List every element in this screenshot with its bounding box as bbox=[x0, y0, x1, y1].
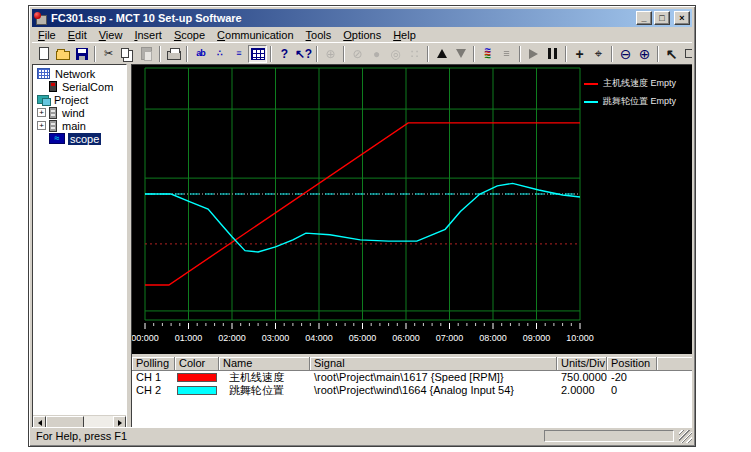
axis-tick-label: 09:000 bbox=[523, 333, 551, 343]
new-file-button[interactable] bbox=[34, 45, 53, 63]
close-button[interactable]: × bbox=[674, 11, 690, 25]
tree-item-network[interactable]: Network bbox=[33, 67, 126, 80]
zoom-out-icon: ⊖ bbox=[620, 47, 632, 61]
cell-polling: CH 2 bbox=[132, 384, 175, 397]
menu-options[interactable]: Options bbox=[337, 28, 387, 42]
grid-view-button[interactable] bbox=[248, 45, 267, 63]
toolbar-separator bbox=[186, 46, 188, 62]
param-ab-view-button[interactable]: ab bbox=[191, 45, 210, 63]
scope-view: 00:00001:00002:00003:00004:00005:00006:0… bbox=[131, 64, 692, 429]
open-file-button[interactable] bbox=[53, 45, 72, 63]
axis-tick-label: 01:000 bbox=[175, 333, 203, 343]
tree-item-label: wind bbox=[60, 107, 87, 119]
toolbar-separator bbox=[159, 46, 161, 62]
track-cursor-button[interactable]: ⌖ bbox=[589, 45, 608, 63]
column-header-blank[interactable] bbox=[657, 357, 692, 371]
column-header-color[interactable]: Color bbox=[175, 357, 219, 371]
move-up-button[interactable] bbox=[432, 45, 451, 63]
zoom-in-icon: ⊕ bbox=[639, 47, 651, 61]
menu-communication[interactable]: Communication bbox=[211, 28, 299, 42]
pointer-tool-button[interactable]: ↖ bbox=[662, 45, 681, 63]
param-dots-view-button[interactable]: ∴ bbox=[210, 45, 229, 63]
print-icon bbox=[167, 51, 181, 60]
track-move-button[interactable]: + bbox=[570, 45, 589, 63]
axis-tick-label: 08:000 bbox=[479, 333, 507, 343]
rect-zoom-icon bbox=[685, 49, 692, 58]
scope-chart[interactable]: 00:00001:00002:00003:00004:00005:00006:0… bbox=[132, 65, 692, 354]
maximize-button[interactable]: □ bbox=[654, 11, 670, 25]
read-from-drive-button: ◎ bbox=[386, 45, 405, 63]
column-header-unitsdiv[interactable]: Units/Div bbox=[557, 357, 607, 371]
move-down-icon bbox=[456, 49, 466, 63]
legend-dash-ch1 bbox=[584, 83, 598, 85]
stop-comm-button: ⊘ bbox=[348, 45, 367, 63]
param-list-view-button[interactable]: ≡ bbox=[229, 45, 248, 63]
new-file-icon bbox=[39, 47, 49, 60]
open-file-icon bbox=[56, 51, 70, 60]
cell-polling: CH 1 bbox=[132, 371, 175, 384]
menu-view[interactable]: View bbox=[93, 28, 129, 42]
move-down-button bbox=[451, 45, 470, 63]
expander-icon[interactable]: + bbox=[37, 108, 46, 117]
cell-units-div: 2.0000 bbox=[557, 384, 607, 397]
column-header-signal[interactable]: Signal bbox=[310, 357, 557, 371]
rect-zoom-button[interactable] bbox=[681, 45, 692, 63]
axis-tick-label: 00:000 bbox=[132, 333, 159, 343]
legend-item-ch2: 跳舞轮位置 Empty bbox=[584, 95, 676, 108]
axis-tick-label: 06:000 bbox=[392, 333, 420, 343]
save-file-icon bbox=[76, 48, 88, 60]
toolbar-separator bbox=[343, 46, 345, 62]
tree-item-main[interactable]: +main bbox=[33, 119, 126, 132]
network-scan-icon: ⊕ bbox=[325, 48, 335, 60]
axis-tick-label: 05:000 bbox=[349, 333, 377, 343]
toolbar-separator bbox=[519, 46, 521, 62]
print-button[interactable] bbox=[164, 45, 183, 63]
minimize-button[interactable]: _ bbox=[636, 11, 652, 25]
write-to-drive-button: ∷ bbox=[405, 45, 424, 63]
zoom-in-button[interactable]: ⊕ bbox=[635, 45, 654, 63]
expander-icon[interactable]: + bbox=[37, 121, 46, 130]
title-bar: FC301.ssp - MCT 10 Set-up Software _□× bbox=[32, 9, 692, 27]
menu-tools[interactable]: Tools bbox=[300, 28, 338, 42]
tree-item-project[interactable]: Project bbox=[33, 93, 126, 106]
resize-grip[interactable] bbox=[679, 430, 692, 443]
drive-icon bbox=[49, 107, 57, 119]
menu-insert[interactable]: Insert bbox=[128, 28, 168, 42]
column-header-name[interactable]: Name bbox=[219, 357, 310, 371]
copy-icon bbox=[121, 48, 129, 58]
column-header-polling[interactable]: Polling bbox=[132, 357, 175, 371]
toolbar: ✂ab∴≡?↖?⊕⊘●◎∷≈≡+⌖⊖⊕↖ bbox=[32, 42, 692, 64]
cell-name: 主机线速度 bbox=[219, 371, 310, 384]
window-controls: _□× bbox=[634, 11, 690, 25]
tree-item-scope[interactable]: scope bbox=[33, 132, 126, 145]
scope-icon bbox=[49, 133, 65, 144]
param-dots-view-icon: ∴ bbox=[217, 49, 222, 58]
column-header-position[interactable]: Position bbox=[607, 357, 657, 371]
zoom-out-button[interactable]: ⊖ bbox=[616, 45, 635, 63]
cut-icon: ✂ bbox=[104, 48, 113, 59]
scope-curves-button[interactable]: ≈ bbox=[478, 45, 497, 63]
param-list-view-icon: ≡ bbox=[236, 49, 240, 58]
menu-help[interactable]: Help bbox=[387, 28, 422, 42]
cut-button[interactable]: ✂ bbox=[99, 45, 118, 63]
cell-signal: \root\Project\wind\1664 {Analog Input 54… bbox=[310, 384, 557, 397]
axis-tick-label: 02:000 bbox=[218, 333, 246, 343]
help-button[interactable]: ? bbox=[275, 45, 294, 63]
menu-scope[interactable]: Scope bbox=[168, 28, 211, 42]
table-row-ch2[interactable]: CH 2跳舞轮位置\root\Project\wind\1664 {Analog… bbox=[132, 384, 692, 397]
flat-lines-button: ≡ bbox=[497, 45, 516, 63]
toolbar-separator bbox=[473, 46, 475, 62]
pause-scope-button[interactable] bbox=[543, 45, 562, 63]
window-title: FC301.ssp - MCT 10 Set-up Software bbox=[51, 12, 634, 24]
table-row-ch1[interactable]: CH 1主机线速度\root\Project\main\1617 {Speed … bbox=[132, 371, 692, 384]
context-help-button[interactable]: ↖? bbox=[294, 45, 313, 63]
menu-file[interactable]: File bbox=[32, 28, 62, 42]
tree-item-label: scope bbox=[68, 133, 101, 145]
tree-item-wind[interactable]: +wind bbox=[33, 106, 126, 119]
save-file-button[interactable] bbox=[72, 45, 91, 63]
grid-view-icon bbox=[251, 48, 265, 60]
axis-tick-label: 10:000 bbox=[566, 333, 594, 343]
tree-item-serialcom[interactable]: SerialCom bbox=[33, 80, 126, 93]
copy-button[interactable] bbox=[118, 45, 137, 63]
menu-edit[interactable]: Edit bbox=[62, 28, 93, 42]
